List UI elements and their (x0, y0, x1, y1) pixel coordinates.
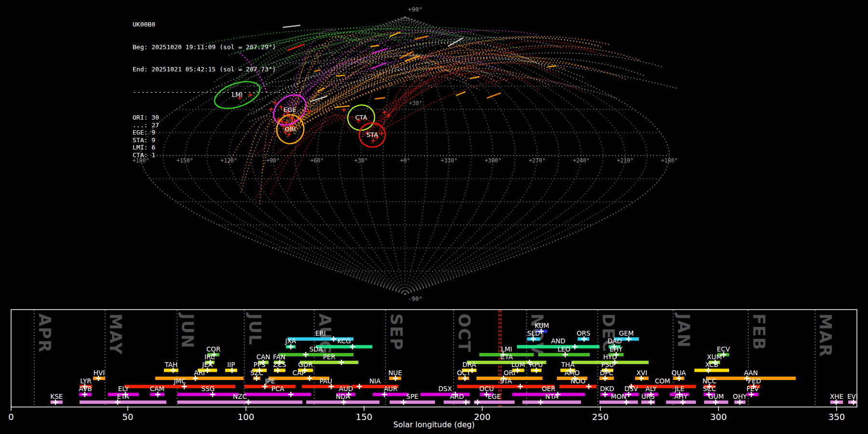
shower-code-label: NDA (336, 393, 350, 400)
activity-bar (694, 369, 729, 372)
axis-title: Solar longitude (deg) (393, 420, 475, 429)
peak-mark (205, 368, 210, 373)
lon-label: +180° (661, 157, 678, 164)
separator-line: --------------------------------------- (133, 88, 298, 96)
shower-code-label: JMC (174, 377, 186, 385)
peak-mark (96, 376, 101, 381)
peak-mark (230, 368, 235, 373)
lon-label: +60° (310, 157, 324, 164)
peak-mark (288, 344, 294, 350)
peak-mark (303, 352, 308, 357)
shower-code-label: PSU (601, 361, 614, 368)
shower-code-label: AUR (384, 385, 398, 393)
peak-mark (210, 392, 215, 397)
peak-mark (401, 400, 406, 405)
shower-code-label: AND (551, 337, 566, 345)
activity-bar (457, 385, 555, 388)
shower-SZC: SZC (250, 369, 263, 381)
shower-RPU: RPU (529, 361, 542, 373)
shower-code-label: XCB (705, 361, 719, 368)
axis-tick-label: 0 (8, 412, 14, 422)
shower-count-ORI: ORI: 30 (133, 114, 298, 122)
pole-bottom-label: -90° (408, 295, 422, 302)
shower-code-label: NCC (703, 377, 717, 385)
peak-mark (288, 392, 294, 397)
shower-code-label: CAN (257, 353, 271, 361)
month-label: SEP (387, 313, 406, 351)
info-panel: UK00B0 Beg: 20251020 19:11:09 (sol = 207… (133, 6, 298, 174)
shower-code-label: SZC (250, 369, 263, 377)
shower-ORS: ORS (577, 329, 591, 342)
shower-code-label: ETA (117, 393, 129, 400)
month-label: MAR (816, 313, 835, 357)
peak-mark (171, 368, 176, 373)
shower-count-EGE: EGE: 9 (133, 129, 298, 136)
peak-mark (602, 376, 608, 381)
shower-code-label: THA (561, 361, 575, 368)
shower-code-label: ALY (645, 385, 657, 393)
month-label: OCT (455, 313, 474, 353)
shower-code-label: NUE (388, 369, 402, 377)
shower-code-label: XUM (707, 353, 722, 361)
shower-code-label: AAN (744, 369, 758, 377)
shower-code-label: ECV (717, 345, 730, 353)
shower-code-label: NIA (369, 377, 381, 385)
peak-mark (749, 392, 754, 397)
peak-mark (586, 384, 591, 389)
peak-mark (582, 337, 587, 342)
shower-code-label: DAD (608, 337, 622, 345)
shower-CAM: CAM (150, 385, 164, 397)
shower-NUE: NUE (388, 369, 402, 381)
peak-mark (53, 400, 58, 405)
activity-bar (244, 385, 296, 388)
shower-DPC: DPC (599, 369, 614, 381)
peak-mark (328, 384, 334, 389)
shower-code-label: IRC (204, 353, 215, 361)
peak-mark (463, 400, 469, 405)
peak-mark (350, 344, 355, 350)
activity-bar (244, 393, 311, 396)
shower-EVI: EVI (847, 393, 858, 405)
peak-mark (624, 400, 629, 405)
shower-code-label: HVI (94, 369, 105, 377)
shower-code-label: COM (655, 377, 670, 385)
shower-code-label: CTA (501, 353, 514, 361)
shower-SLD: SLD (527, 329, 540, 342)
shower-code-label: SSG (202, 385, 215, 393)
lon-label: +30° (354, 157, 368, 164)
shower-code-label: GEM (619, 329, 634, 337)
peak-mark (626, 337, 631, 342)
shower-code-label: JEA (202, 361, 213, 368)
shower-code-label: DSV (624, 385, 638, 393)
meteor-mark (342, 108, 346, 112)
shower-code-label: ZCS (273, 361, 286, 368)
peak-mark (193, 376, 198, 381)
activity-bar (80, 401, 166, 404)
shower-code-label: SCC (703, 385, 716, 393)
app-window: +180°+150°+120°+90°+60°+30°+0°+330°+300°… (0, 0, 868, 434)
radiant-map-and-timeline: +180°+150°+120°+90°+60°+30°+0°+330°+300°… (0, 0, 868, 434)
shower-code-label: AVB (79, 385, 92, 393)
peak-mark (382, 392, 387, 397)
peak-mark (680, 400, 686, 405)
shower-ZCS: ZCS (273, 361, 286, 373)
shower-QUA: QUA (672, 369, 687, 381)
meteor-mark (371, 139, 376, 143)
peak-mark (648, 400, 653, 405)
shower-code-label: ARD (450, 393, 464, 400)
shower-code-label: STA (500, 377, 512, 385)
shower-code-label: ORS (577, 329, 591, 337)
shower-code-label: OER (542, 385, 556, 393)
axis-tick-label: 250 (592, 412, 609, 422)
shower-code-label: AHY (674, 393, 688, 400)
peak-mark (254, 376, 259, 381)
peak-mark (737, 400, 743, 405)
shower-code-label: SPE (406, 393, 418, 400)
shower-XHE: XHE (830, 393, 843, 405)
shower-code-label: CAM (150, 385, 164, 393)
activity-bar (390, 401, 435, 404)
peak-mark (572, 344, 578, 350)
peak-mark (155, 392, 161, 397)
shower-count-unclassified: ...: 27 (133, 122, 298, 129)
shower-counts: ORI: 30...: 27EGE: 9STA: 9LMI: 6CTA: 1 (133, 114, 298, 159)
